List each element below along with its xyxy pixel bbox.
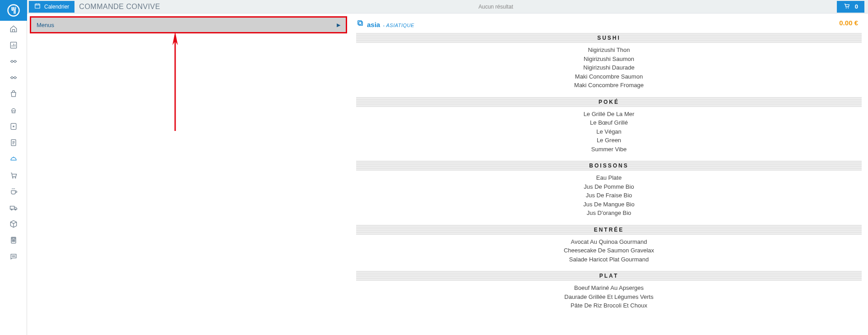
svg-point-17 (13, 256, 14, 256)
menu-name[interactable]: asia (367, 21, 380, 28)
section-header: PLAT (356, 271, 862, 281)
svg-point-10 (12, 240, 12, 240)
calendar-button[interactable]: Calendrier (29, 1, 74, 13)
app-logo[interactable] (0, 0, 27, 21)
menu-item[interactable]: Nigirizushi Thon (356, 46, 862, 55)
svg-point-4 (12, 177, 13, 178)
menus-dropdown[interactable]: Menus ▶ (30, 16, 347, 33)
section-items: Eau PlateJus De Pomme BioJus De Fraise B… (356, 171, 862, 222)
nav-coffee[interactable] (0, 183, 27, 200)
svg-point-7 (14, 209, 16, 210)
svg-point-0 (8, 5, 19, 16)
svg-rect-23 (359, 22, 362, 25)
nav-home[interactable] (0, 21, 27, 37)
nav-chat[interactable] (0, 248, 27, 265)
menu-item[interactable]: Jus D'orange Bio (356, 209, 862, 218)
svg-point-15 (14, 241, 14, 242)
menu-section: PLATBoeuf Mariné Au ApsergesDaurade Gril… (356, 271, 862, 315)
svg-rect-24 (358, 21, 362, 24)
nav-cart[interactable] (0, 167, 27, 183)
menu-item[interactable]: Maki Concombre Saumon (356, 72, 862, 81)
menu-item[interactable]: Avocat Au Quinoa Gourmand (356, 237, 862, 247)
menu-item[interactable]: Cheesecake De Saumon Gravelax (356, 246, 862, 255)
cart-button[interactable]: 0 (837, 1, 864, 13)
menu-item[interactable]: Le Grillé De La Mer (356, 110, 862, 119)
menu-item[interactable]: Le Bœuf Grillé (356, 118, 862, 127)
section-header: ENTRÉE (356, 225, 862, 235)
svg-point-20 (845, 8, 846, 9)
sidebar (0, 0, 27, 335)
svg-point-12 (14, 240, 14, 240)
menu-item[interactable]: Maki Concombre Fromage (356, 81, 862, 90)
menu-item[interactable]: Salade Haricot Plat Gourmand (356, 255, 862, 264)
nav-delivery[interactable] (0, 200, 27, 216)
cart-count: 0 (855, 3, 858, 10)
svg-point-14 (13, 241, 14, 242)
section-items: Nigirizushi ThonNigirizushi SaumonNigiri… (356, 43, 862, 94)
chevron-right-icon: ▶ (337, 22, 340, 28)
nav-kitchen[interactable] (0, 102, 27, 118)
menu-subtitle: - ASIATIQUE (383, 23, 414, 28)
menu-item[interactable]: Pâte De Riz Brocoli Et Choux (356, 301, 862, 310)
menu-item[interactable]: Daurade Grillée Et Légumes Verts (356, 293, 862, 302)
svg-point-11 (13, 240, 14, 240)
calendar-icon (34, 3, 41, 10)
nav-partners-alt[interactable] (0, 70, 27, 86)
svg-rect-19 (35, 4, 40, 8)
menu-item[interactable]: Boeuf Mariné Au Apserges (356, 284, 862, 293)
section-header: SUSHI (356, 33, 862, 43)
section-items: Boeuf Mariné Au ApsergesDaurade Grillée … (356, 281, 862, 315)
topbar: Calendrier COMMANDE CONVIVE Aucun résult… (27, 0, 868, 14)
menu-item[interactable]: Jus De Mangue Bio (356, 200, 862, 209)
menu-price: 0.00 € (839, 19, 858, 27)
menu-item[interactable]: Le Végan (356, 127, 862, 136)
menu-item[interactable]: Eau Plate (356, 173, 862, 182)
menu-item[interactable]: Jus De Pomme Bio (356, 182, 862, 191)
svg-point-5 (15, 177, 16, 178)
page-title: COMMANDE CONVIVE (79, 3, 160, 11)
menu-detail-panel: asia - ASIATIQUE 0.00 € SUSHINigirizushi… (350, 14, 868, 335)
nav-partners[interactable] (0, 53, 27, 70)
annotation-arrow (171, 36, 180, 137)
nav-service[interactable] (0, 151, 27, 167)
section-header: POKÉ (356, 97, 862, 107)
menu-item[interactable]: Le Green (356, 136, 862, 145)
menu-item[interactable]: Nigirizushi Saumon (356, 55, 862, 64)
menu-section: SUSHINigirizushi ThonNigirizushi SaumonN… (356, 33, 862, 94)
cart-icon (843, 2, 850, 11)
menu-section: POKÉLe Grillé De La MerLe Bœuf GrilléLe … (356, 97, 862, 158)
svg-point-16 (12, 256, 12, 256)
calendar-label: Calendrier (44, 4, 69, 10)
left-panel: Menus ▶ (27, 14, 350, 335)
copy-icon[interactable] (356, 19, 364, 28)
menu-section: ENTRÉEAvocat Au Quinoa GourmandCheesecak… (356, 225, 862, 269)
menu-section: BOISSONSEau PlateJus De Pomme BioJus De … (356, 161, 862, 222)
nav-favorites[interactable] (0, 118, 27, 135)
svg-point-13 (12, 241, 12, 242)
section-header: BOISSONS (356, 161, 862, 171)
menus-dropdown-label: Menus (37, 22, 54, 28)
nav-inventory[interactable] (0, 216, 27, 232)
menu-item[interactable]: Nigirizushi Daurade (356, 63, 862, 72)
nav-calculator[interactable] (0, 232, 27, 248)
menu-item[interactable]: Summer Vibe (356, 145, 862, 154)
svg-point-18 (14, 256, 14, 256)
menu-item[interactable]: Jus De Fraise Bio (356, 191, 862, 200)
nav-documents[interactable] (0, 135, 27, 151)
nav-dashboard[interactable] (0, 37, 27, 53)
svg-rect-9 (12, 238, 15, 239)
section-items: Le Grillé De La MerLe Bœuf GrilléLe Véga… (356, 107, 862, 158)
svg-point-6 (11, 209, 12, 210)
section-items: Avocat Au Quinoa GourmandCheesecake De S… (356, 235, 862, 269)
svg-point-21 (848, 8, 849, 9)
search-no-result: Aucun résultat (478, 4, 513, 10)
nav-shopping[interactable] (0, 86, 27, 102)
